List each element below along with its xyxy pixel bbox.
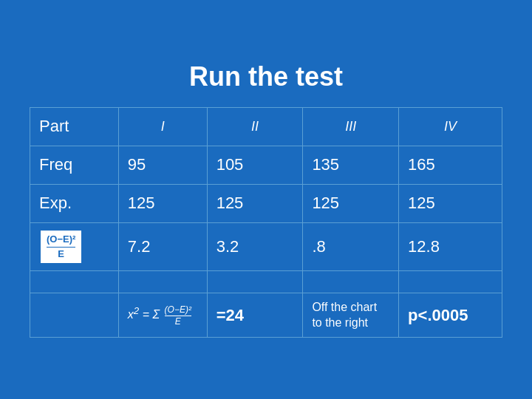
header-col1: I (118, 107, 207, 146)
header-col2: II (207, 107, 303, 146)
calc-col2: 3.2 (207, 222, 303, 271)
formula-cell: (O−E)² E (30, 222, 119, 271)
table-wrapper: Part I II III IV Freq 95 105 135 165 Exp… (30, 107, 502, 338)
calc-row: (O−E)² E 7.2 3.2 .8 12.8 (30, 222, 502, 271)
formula-box: (O−E)² E (39, 229, 83, 265)
header-col3: III (303, 107, 399, 146)
chi-formula-cell: x2 = Σ (O−E)²E (118, 293, 207, 338)
p-value: p<.0005 (399, 293, 502, 338)
freq-col1: 95 (118, 146, 207, 184)
empty-cell-5 (399, 271, 502, 293)
header-row: Part I II III IV (30, 107, 502, 146)
calc-col1: 7.2 (118, 222, 207, 271)
header-part: Part (30, 107, 119, 146)
empty-cell-4 (303, 271, 399, 293)
freq-col2: 105 (207, 146, 303, 184)
freq-row: Freq 95 105 135 165 (30, 146, 502, 184)
chi-formula: x2 = Σ (O−E)²E (128, 304, 191, 327)
calc-col3: .8 (303, 222, 399, 271)
data-table: Part I II III IV Freq 95 105 135 165 Exp… (30, 107, 502, 338)
empty-cell-3 (207, 271, 303, 293)
result-row: x2 = Σ (O−E)²E =24 Off the chart to the … (30, 293, 502, 338)
freq-label: Freq (30, 146, 119, 184)
freq-col4: 165 (399, 146, 502, 184)
empty-cell-1 (30, 271, 119, 293)
result-label-cell (30, 293, 119, 338)
exp-col2: 125 (207, 184, 303, 222)
exp-col3: 125 (303, 184, 399, 222)
empty-cell-2 (118, 271, 207, 293)
exp-label: Exp. (30, 184, 119, 222)
freq-col3: 135 (303, 146, 399, 184)
header-col4: IV (399, 107, 502, 146)
exp-col4: 125 (399, 184, 502, 222)
page-title: Run the test (189, 61, 343, 92)
exp-col1: 125 (118, 184, 207, 222)
calc-col4: 12.8 (399, 222, 502, 271)
sum-result: =24 (207, 293, 303, 338)
off-chart-text: Off the chart to the right (303, 293, 399, 338)
exp-row: Exp. 125 125 125 125 (30, 184, 502, 222)
empty-row (30, 271, 502, 293)
